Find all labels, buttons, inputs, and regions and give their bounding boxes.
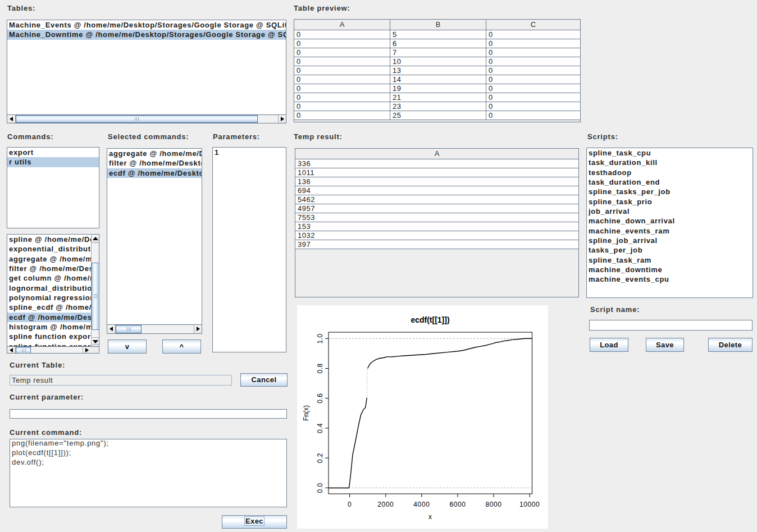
svg-text:0.4: 0.4: [316, 423, 324, 433]
svg-text:ecdf(t[[1]]): ecdf(t[[1]]): [411, 315, 449, 324]
svg-text:0.8: 0.8: [316, 363, 324, 373]
svg-text:x: x: [428, 513, 432, 521]
svg-text:8000: 8000: [486, 501, 502, 508]
svg-text:0.2: 0.2: [316, 453, 324, 463]
svg-text:0: 0: [348, 501, 352, 508]
svg-text:0.6: 0.6: [316, 393, 324, 403]
svg-text:4000: 4000: [413, 501, 430, 508]
svg-text:2000: 2000: [377, 501, 394, 508]
svg-text:0.0: 0.0: [316, 483, 324, 493]
svg-text:1.0: 1.0: [316, 333, 324, 343]
svg-text:6000: 6000: [449, 501, 466, 508]
svg-text:Fn(x): Fn(x): [302, 405, 310, 421]
svg-text:10000: 10000: [519, 501, 540, 508]
